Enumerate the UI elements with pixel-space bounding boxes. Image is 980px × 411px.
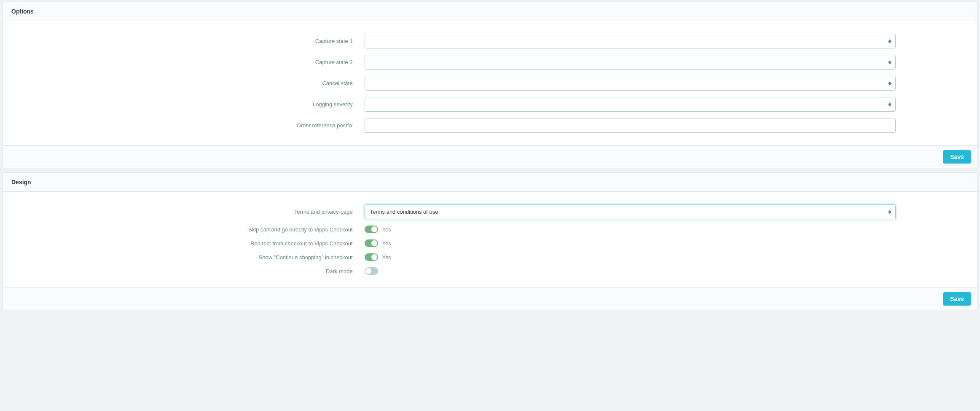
select-wrap-capture-state-2 — [365, 55, 896, 70]
options-card: Options Capture state 1 — [3, 2, 977, 168]
label-continue: Show "Continue shopping" in checkout — [7, 254, 365, 261]
toggle-redirect-label: Yes — [382, 240, 391, 247]
label-redirect: Redirect from checkout to Vipps Checkout — [7, 240, 365, 247]
save-button[interactable]: Save — [943, 292, 971, 306]
toggle-dark-mode[interactable] — [365, 267, 378, 275]
select-terms-page[interactable]: Terms and conditions of use — [365, 204, 896, 219]
label-logging-severity: Logging severity — [7, 101, 365, 107]
select-wrap-cancel-state — [365, 76, 896, 91]
select-wrap-logging-severity — [365, 97, 896, 112]
row-order-ref-postfix: Order reference postfix — [7, 118, 973, 133]
design-header: Design — [3, 173, 977, 192]
select-capture-state-1[interactable] — [365, 34, 896, 48]
toggle-continue[interactable] — [365, 253, 378, 261]
row-capture-state-1: Capture state 1 — [7, 34, 973, 48]
input-order-ref-postfix[interactable] — [365, 118, 896, 133]
options-header: Options — [3, 2, 977, 21]
select-capture-state-2[interactable] — [365, 55, 896, 70]
label-order-ref-postfix: Order reference postfix — [7, 122, 365, 129]
save-button[interactable]: Save — [943, 150, 971, 164]
row-dark-mode: Dark mode — [7, 267, 973, 275]
row-cancel-state: Cancel state — [7, 76, 973, 91]
select-wrap-capture-state-1 — [365, 34, 896, 48]
toggle-continue-label: Yes — [382, 254, 391, 261]
options-footer: Save — [3, 145, 977, 168]
row-redirect: Redirect from checkout to Vipps Checkout… — [7, 239, 973, 247]
label-capture-state-1: Capture state 1 — [7, 38, 365, 44]
options-body: Capture state 1 Capture state 2 — [3, 21, 977, 145]
select-cancel-state[interactable] — [365, 76, 896, 91]
select-wrap-terms-page: Terms and conditions of use — [365, 204, 896, 219]
row-continue: Show "Continue shopping" in checkout Yes — [7, 253, 973, 261]
row-skip-cart: Skip cart and go directly to Vipps Check… — [7, 226, 973, 233]
row-terms-page: Terms and privacy-page Terms and conditi… — [7, 204, 973, 219]
label-dark-mode: Dark mode — [7, 268, 365, 274]
toggle-redirect[interactable] — [365, 239, 378, 247]
toggle-skip-cart-label: Yes — [382, 226, 391, 233]
select-logging-severity[interactable] — [365, 97, 896, 112]
label-cancel-state: Cancel state — [7, 80, 365, 86]
toggle-skip-cart[interactable] — [365, 226, 378, 233]
label-skip-cart: Skip cart and go directly to Vipps Check… — [7, 226, 365, 233]
row-logging-severity: Logging severity — [7, 97, 973, 112]
design-footer: Save — [3, 287, 977, 310]
row-capture-state-2: Capture state 2 — [7, 55, 973, 70]
design-card: Design Terms and privacy-page Terms and … — [3, 172, 977, 310]
label-capture-state-2: Capture state 2 — [7, 59, 365, 65]
label-terms-page: Terms and privacy-page — [7, 209, 365, 215]
design-body: Terms and privacy-page Terms and conditi… — [3, 192, 977, 287]
